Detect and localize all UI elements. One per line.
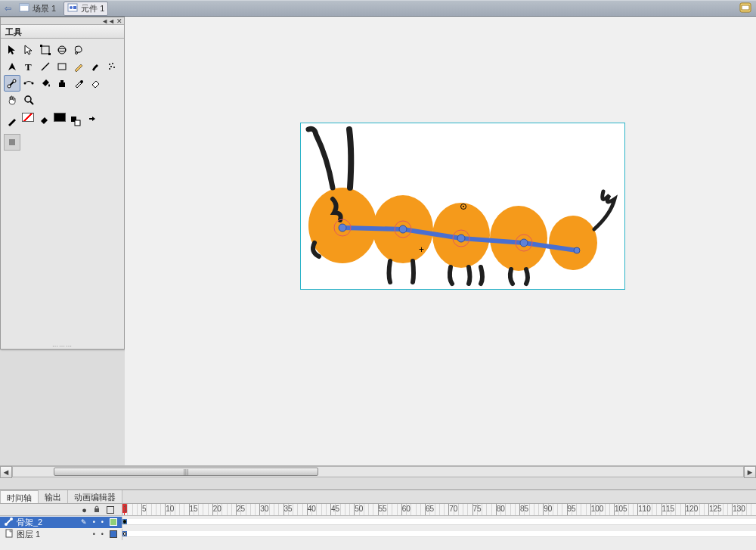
layer-row-armature[interactable]: 骨架_2 ✎••	[0, 516, 756, 528]
scroll-right-button[interactable]: ►	[744, 466, 756, 478]
svg-rect-32	[9, 139, 15, 145]
tab-output[interactable]: 输出	[39, 490, 68, 503]
tools-panel: ◄◄✕ 工具 T ⋯⋯⋯	[0, 17, 125, 350]
svg-point-54	[5, 523, 8, 526]
svg-point-27	[80, 80, 83, 83]
layer-column-header: ●	[0, 504, 122, 515]
svg-line-14	[42, 63, 49, 70]
options-section[interactable]	[4, 134, 20, 151]
scene-crumb[interactable]: 场景 1	[16, 2, 59, 15]
svg-rect-1	[20, 4, 29, 6]
svg-point-16	[109, 64, 110, 65]
bind-tool[interactable]	[20, 75, 37, 92]
outline-header-icon[interactable]	[107, 506, 114, 514]
svg-rect-8	[40, 45, 42, 47]
svg-point-18	[110, 66, 112, 67]
svg-point-44	[457, 235, 465, 242]
svg-rect-26	[60, 80, 64, 82]
canvas-artwork	[301, 123, 626, 291]
pencil-tool[interactable]	[70, 58, 87, 75]
tab-timeline[interactable]: 时间轴	[0, 490, 39, 503]
eyedropper-tool[interactable]	[70, 75, 87, 92]
svg-point-24	[32, 82, 34, 85]
page-layer-icon	[5, 529, 14, 539]
edit-bar: ⇦ 场景 1 元件 1	[0, 0, 756, 17]
spray-brush-tool[interactable]	[104, 58, 120, 75]
svg-point-43	[399, 225, 407, 233]
svg-point-19	[113, 67, 115, 68]
frames-armature[interactable]	[122, 519, 756, 525]
swap-colors-button[interactable]	[84, 113, 101, 129]
layer-name: 图层 1	[17, 529, 40, 540]
svg-point-17	[112, 63, 113, 64]
tools-header: 工具	[1, 25, 124, 39]
scroll-thumb[interactable]: |||	[54, 468, 318, 476]
svg-point-55	[10, 517, 13, 520]
hand-tool[interactable]	[4, 92, 20, 108]
edit-scene-button[interactable]	[739, 2, 753, 15]
svg-rect-53	[94, 508, 99, 512]
text-tool[interactable]: T	[20, 58, 37, 75]
stage[interactable]: +	[125, 17, 756, 477]
lock-header-icon[interactable]	[93, 505, 101, 514]
lasso-tool[interactable]	[70, 42, 87, 58]
registration-point-icon: +	[419, 244, 424, 255]
svg-point-10	[58, 46, 66, 54]
line-tool[interactable]	[37, 58, 54, 75]
subselection-tool[interactable]	[20, 42, 37, 58]
symbol-crumb[interactable]: 元件 1	[64, 2, 108, 16]
visibility-header-icon[interactable]: ●	[82, 505, 87, 514]
svg-point-37	[549, 216, 597, 270]
svg-point-12	[76, 52, 78, 54]
svg-point-42	[339, 224, 346, 231]
pencil-indicator-icon: ✎	[81, 518, 87, 526]
svg-point-23	[24, 82, 26, 85]
svg-rect-4	[73, 6, 76, 9]
timeline-panel: 时间轴 输出 动画编辑器 ● 1510152025303540455055606…	[0, 489, 756, 550]
frame-ruler[interactable]: 1510152025303540455055606570758085909510…	[122, 504, 756, 515]
stage-horizontal-scrollbar[interactable]: ◄ ||| ►	[0, 465, 756, 477]
tab-motion-editor[interactable]: 动画编辑器	[68, 490, 122, 503]
symbol-icon	[67, 3, 78, 14]
selection-tool[interactable]	[4, 42, 20, 58]
svg-point-52	[463, 206, 464, 207]
layer-name-cell[interactable]: 骨架_2 ✎••	[0, 517, 122, 528]
svg-text:T: T	[25, 61, 32, 72]
scroll-track[interactable]: |||	[12, 466, 744, 477]
panel-tabs: 时间轴 输出 动画编辑器	[0, 490, 756, 504]
bone-tool[interactable]	[4, 75, 20, 92]
zoom-tool[interactable]	[20, 92, 37, 108]
fill-color-swatch[interactable]	[54, 113, 66, 122]
layer-row-1[interactable]: 图层 1 ••	[0, 528, 756, 540]
svg-line-29	[30, 101, 33, 104]
back-button[interactable]: ⇦	[5, 4, 11, 14]
svg-rect-7	[42, 46, 49, 54]
svg-line-38	[342, 228, 403, 229]
layer-name-cell[interactable]: 图层 1 ••	[0, 529, 122, 540]
panel-grip[interactable]: ⋯⋯⋯	[1, 343, 124, 349]
scroll-left-button[interactable]: ◄	[0, 466, 12, 478]
brush-tool[interactable]	[87, 58, 104, 75]
free-transform-tool[interactable]	[37, 42, 54, 58]
stroke-color-swatch[interactable]	[22, 113, 34, 122]
default-colors-button[interactable]	[67, 113, 84, 129]
svg-rect-15	[58, 64, 66, 70]
svg-point-45	[520, 239, 528, 247]
frames-layer1[interactable]	[122, 531, 756, 537]
rectangle-tool[interactable]	[54, 58, 70, 75]
svg-point-28	[25, 96, 31, 102]
eraser-tool[interactable]	[87, 75, 104, 92]
paint-bucket-tool[interactable]	[37, 75, 54, 92]
scene-label: 场景 1	[33, 3, 56, 14]
3d-rotation-tool[interactable]	[54, 42, 70, 58]
panel-titlebar[interactable]: ◄◄✕	[1, 17, 124, 25]
svg-point-46	[574, 247, 580, 253]
svg-rect-6	[742, 5, 749, 10]
svg-point-36	[490, 206, 547, 271]
svg-point-22	[13, 79, 16, 82]
pen-tool[interactable]	[4, 58, 20, 75]
svg-rect-9	[48, 53, 51, 55]
selection-bounds: +	[300, 123, 625, 290]
ink-bottle-tool[interactable]	[54, 75, 70, 92]
fill-color-icon	[36, 113, 52, 129]
